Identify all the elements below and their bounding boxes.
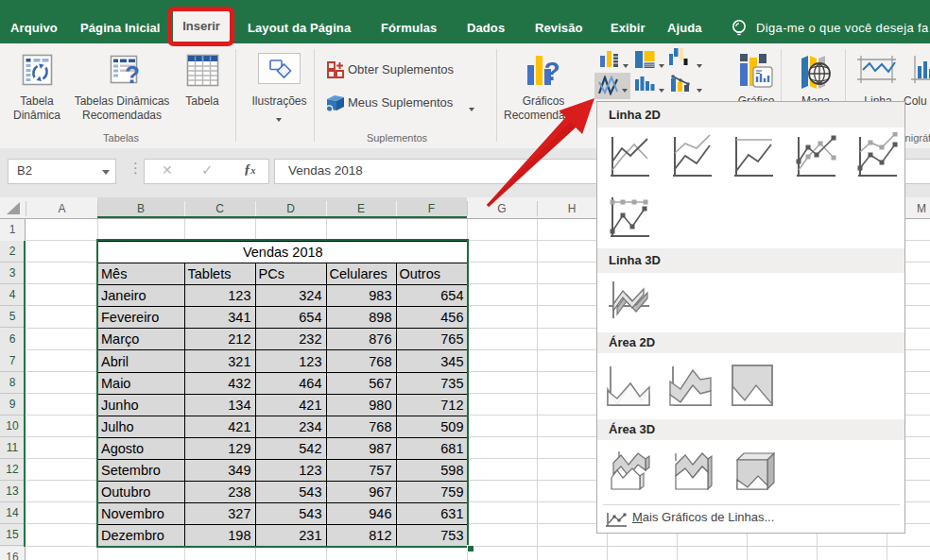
svg-text:?: ?: [125, 60, 140, 87]
svg-text:?: ?: [543, 57, 560, 86]
